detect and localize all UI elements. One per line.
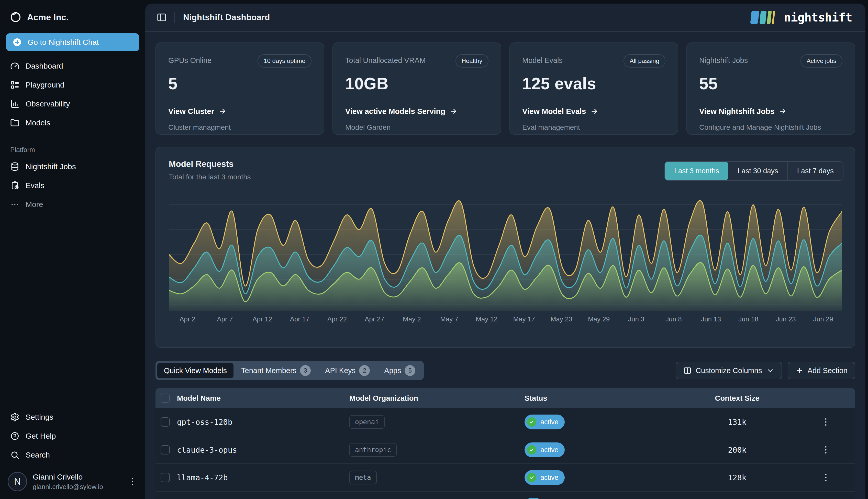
user-menu-ellipsis-icon[interactable] <box>127 476 138 487</box>
clipboard-clock-icon <box>10 181 20 190</box>
topbar-divider <box>174 12 175 23</box>
status-check-icon <box>527 445 536 454</box>
cell-model-organization: openai <box>349 415 525 429</box>
sidebar-item-label: Nightshift Jobs <box>26 162 76 171</box>
stat-card-top: Nightshift JobsActive jobs <box>699 54 842 68</box>
sidebar-toggle-icon[interactable] <box>156 12 167 23</box>
sidebar-item-dashboard[interactable]: Dashboard <box>6 58 139 74</box>
main-area: Nightshift Dashboard nightshift GPUs Onl <box>145 0 868 499</box>
x-tick: May 7 <box>431 315 468 323</box>
sidebar-platform-nav: Nightshift JobsEvalsMore <box>6 158 139 212</box>
ellipsis-icon <box>10 200 20 209</box>
sidebar-item-playground[interactable]: Playground <box>6 77 139 93</box>
x-tick: May 23 <box>543 315 580 323</box>
folder-icon <box>10 118 20 127</box>
table-row-partial[interactable] <box>155 491 855 499</box>
stat-card-link-view-model-evals[interactable]: View Model Evals <box>522 107 665 115</box>
stat-card-label: Model Evals <box>522 54 563 65</box>
org-name: Acme Inc. <box>27 12 68 22</box>
table-row-llama-4-72b[interactable]: llama-4-72bmetaactive128k <box>155 463 855 491</box>
tab-count-badge: 2 <box>359 365 370 376</box>
brand-logo: nightshift <box>750 10 852 25</box>
table-header-row: Model Name Model Organization Status Con… <box>155 388 855 408</box>
sidebar-item-label: Playground <box>26 81 64 89</box>
sidebar-item-nightshift-jobs[interactable]: Nightshift Jobs <box>6 158 139 175</box>
sidebar-item-models[interactable]: Models <box>6 115 139 131</box>
row-checkbox[interactable] <box>161 445 170 454</box>
range-tab-last-30-days[interactable]: Last 30 days <box>728 162 788 180</box>
select-all-checkbox[interactable] <box>161 393 170 403</box>
cell-model-name: llama-4-72b <box>177 473 349 482</box>
table-body: gpt-oss-120bopenaiactive131kclaude-3-opu… <box>155 408 855 499</box>
col-model-organization: Model Organization <box>349 394 525 403</box>
sidebar-item-evals[interactable]: Evals <box>6 177 139 194</box>
sidebar-item-search[interactable]: Search <box>6 447 139 463</box>
row-checkbox[interactable] <box>161 473 170 482</box>
cell-model-organization: anthropic <box>349 443 525 457</box>
circle-help-icon <box>10 431 20 441</box>
cell-status: active <box>525 442 673 457</box>
user-meta: Gianni Crivello gianni.crivello@sylow.io <box>33 473 122 491</box>
model-requests-chart <box>169 191 842 311</box>
table-row-claude-3-opus[interactable]: claude-3-opusanthropicactive200k <box>155 436 855 463</box>
sidebar-item-more[interactable]: More <box>6 196 139 212</box>
stat-card-link-view-cluster[interactable]: View Cluster <box>168 107 312 115</box>
tab-label: Apps <box>384 366 401 375</box>
cell-context-size: 131k <box>673 418 802 427</box>
tab-api-keys[interactable]: API Keys2 <box>318 363 376 378</box>
sidebar-item-observability[interactable]: Observability <box>6 96 139 112</box>
stat-card-link-view-active-models-serving[interactable]: View active Models Serving <box>345 107 489 115</box>
range-tab-last-3-months[interactable]: Last 3 months <box>665 162 728 180</box>
sidebar: Acme Inc. Go to Nightshift Chat Dashboar… <box>0 0 145 499</box>
status-label: active <box>540 418 558 426</box>
stat-card-link-view-nightshift-jobs[interactable]: View Nightshift Jobs <box>699 107 842 115</box>
row-actions-kebab-icon[interactable] <box>821 417 831 427</box>
row-actions-kebab-icon[interactable] <box>821 472 831 483</box>
stat-card-total-unallocated-vram: Total Unallocated VRAMHealthy10GBView ac… <box>332 42 501 135</box>
chart-svg <box>169 191 842 311</box>
database-icon <box>10 162 20 171</box>
tab-label: API Keys <box>325 366 355 375</box>
tab-apps[interactable]: Apps5 <box>377 363 422 378</box>
x-tick: Jun 29 <box>805 315 842 323</box>
x-tick: Apr 17 <box>281 315 318 323</box>
row-actions-kebab-icon[interactable] <box>821 445 831 455</box>
arrow-right-icon <box>449 107 457 115</box>
user-row[interactable]: N Gianni Crivello gianni.crivello@sylow.… <box>6 472 139 491</box>
table-row-gpt-oss-120b[interactable]: gpt-oss-120bopenaiactive131k <box>155 408 855 436</box>
check-icon <box>529 475 534 480</box>
stat-card-link-label: View active Models Serving <box>345 107 445 115</box>
tab-quick-view-models[interactable]: Quick View Models <box>157 363 234 378</box>
x-tick: May 29 <box>580 315 617 323</box>
x-tick: Jun 18 <box>730 315 767 323</box>
add-section-button[interactable]: Add Section <box>788 362 855 379</box>
stat-card-subtitle: Model Garden <box>345 123 489 132</box>
org-switcher[interactable]: Acme Inc. <box>6 9 139 33</box>
cell-model-name: gpt-oss-120b <box>177 418 349 427</box>
stat-card-top: GPUs Online10 days uptime <box>168 54 312 68</box>
stat-card-top: Model EvalsAll passing <box>522 54 665 68</box>
row-checkbox[interactable] <box>161 417 170 427</box>
col-status: Status <box>525 394 673 403</box>
table-tabs: Quick View ModelsTenant Members3API Keys… <box>155 361 424 380</box>
sidebar-main-nav: DashboardPlaygroundObservabilityModels <box>6 58 139 131</box>
sidebar-item-label: Search <box>26 451 50 459</box>
status-badge: active <box>525 470 565 485</box>
customize-columns-button[interactable]: Customize Columns <box>676 362 782 379</box>
stat-card-gpus-online: GPUs Online10 days uptime5View ClusterCl… <box>155 42 324 135</box>
status-badge <box>525 498 542 499</box>
time-range-segmented-control: Last 3 monthsLast 30 daysLast 7 days <box>664 161 843 181</box>
organization-badge: meta <box>349 471 377 484</box>
gauge-icon <box>10 61 20 71</box>
stat-card-model-evals: Model EvalsAll passing125 evalsView Mode… <box>510 42 678 135</box>
sidebar-item-settings[interactable]: Settings <box>6 409 139 425</box>
chevron-down-icon <box>766 366 775 375</box>
range-tab-last-7-days[interactable]: Last 7 days <box>788 162 843 180</box>
tab-tenant-members[interactable]: Tenant Members3 <box>235 363 317 378</box>
col-context-size: Context Size <box>673 394 802 403</box>
sidebar-item-get-help[interactable]: Get Help <box>6 428 139 444</box>
circle-plus-icon <box>12 37 22 47</box>
stat-card-label: GPUs Online <box>168 54 212 65</box>
stat-card-value: 55 <box>699 74 842 93</box>
go-to-nightshift-chat-button[interactable]: Go to Nightshift Chat <box>6 33 139 51</box>
